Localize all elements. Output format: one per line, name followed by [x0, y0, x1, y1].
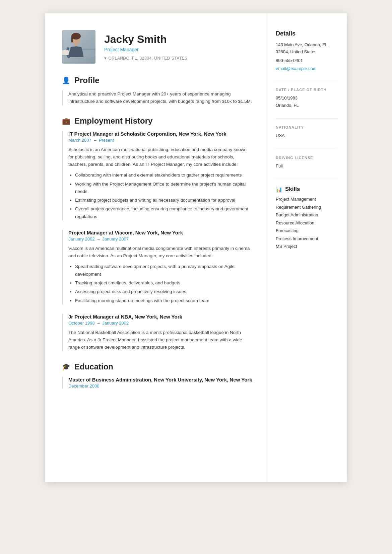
- skills-header: 📊 Skills: [276, 186, 337, 193]
- employment-icon: 💼: [62, 117, 70, 125]
- sidebar-dob: 05/10/1983: [276, 94, 337, 101]
- education-title: Education: [74, 362, 113, 371]
- skill-item-5: Process Improvement: [276, 235, 337, 242]
- resume-header: Jacky Smith Project Manager ▾ ORLANDO, F…: [62, 30, 253, 64]
- job-block-0: IT Project Manager at Scholastic Corpora…: [62, 131, 253, 220]
- nationality-label: NATIONALITY: [276, 125, 337, 129]
- edu-date-0: December 2000: [68, 384, 253, 389]
- sidebar-driving: Full: [276, 162, 337, 169]
- job-title-0: IT Project Manager at Scholastic Corpora…: [68, 131, 253, 137]
- details-title: Details: [276, 30, 335, 37]
- job-bullets-1: Spearheading software development projec…: [68, 263, 253, 304]
- sidebar-email[interactable]: email@example.com: [276, 66, 317, 71]
- nationality-section: NATIONALITY USA: [276, 125, 337, 139]
- resume-document: Jacky Smith Project Manager ▾ ORLANDO, F…: [45, 13, 347, 482]
- svg-rect-7: [62, 50, 69, 55]
- driving-label: DRIVING LICENSE: [276, 156, 337, 160]
- details-section: Details 143 Main Ave, Orlando, FL, 32804…: [276, 30, 337, 71]
- bullet-item: Estimating project budgets and writing a…: [75, 197, 253, 204]
- job-title-1: Project Manager at Viacom, New York, New…: [68, 230, 253, 235]
- bullet-item: Spearheading software development projec…: [75, 263, 253, 278]
- bullet-item: Collaborating with internal and external…: [75, 171, 253, 179]
- header-info: Jacky Smith Project Manager ▾ ORLANDO, F…: [104, 33, 188, 61]
- profile-title: Profile: [74, 76, 100, 85]
- sidebar-phone: 890-555-0401: [276, 57, 337, 64]
- profile-icon: 👤: [62, 76, 70, 84]
- skill-item-2: Budget Administration: [276, 212, 337, 218]
- bullet-item: Tracking project timelines, deliverables…: [75, 279, 253, 287]
- job-dates-1: January 2002 – January 2007: [68, 236, 253, 241]
- jobs-container: IT Project Manager at Scholastic Corpora…: [62, 131, 253, 351]
- skill-item-4: Forecasting: [276, 227, 337, 234]
- bullet-item: Assessing project risks and proactively …: [75, 288, 253, 295]
- skills-list: Project ManagementRequirement GatheringB…: [276, 196, 337, 250]
- profile-section-header: 👤 Profile: [62, 76, 253, 85]
- job-bullets-0: Collaborating with internal and external…: [68, 171, 253, 220]
- svg-rect-6: [75, 44, 77, 46]
- edu-title-0: Master of Business Administration, New Y…: [68, 377, 253, 383]
- profile-section: 👤 Profile Analytical and proactive Proje…: [62, 76, 253, 106]
- job-description-0: Scholastic is an American multinational …: [68, 146, 253, 168]
- candidate-name: Jacky Smith: [104, 33, 188, 46]
- bullet-item: Working with the Project Management Offi…: [75, 181, 253, 196]
- sidebar-column: Details 143 Main Ave, Orlando, FL, 32804…: [266, 13, 347, 482]
- education-section: 🎓 Education Master of Business Administr…: [62, 362, 253, 389]
- skill-item-3: Resource Allocation: [276, 220, 337, 226]
- profile-text-wrap: Analytical and proactive Project Manager…: [62, 90, 253, 106]
- sidebar-address: 143 Main Ave, Orlando, FL, 32804, United…: [276, 41, 337, 56]
- skill-item-1: Requirement Gathering: [276, 204, 337, 211]
- education-icon: 🎓: [62, 363, 70, 371]
- job-title-2: Jr Project Manager at NBA, New York, New…: [68, 314, 253, 320]
- edu-block-0: Master of Business Administration, New Y…: [62, 377, 253, 389]
- employment-section: 💼 Employment History IT Project Manager …: [62, 116, 253, 351]
- job-dates-2: October 1998 – January 2002: [68, 321, 253, 326]
- dob-section: DATE / PLACE OF BIRTH 05/10/1983 Orlando…: [276, 88, 337, 109]
- job-block-1: Project Manager at Viacom, New York, New…: [62, 230, 253, 304]
- skills-section: 📊 Skills Project ManagementRequirement G…: [276, 186, 337, 250]
- svg-point-4: [71, 33, 81, 40]
- job-dates-0: March 2007 – Present: [68, 138, 253, 143]
- profile-text: Analytical and proactive Project Manager…: [68, 90, 253, 106]
- job-block-2: Jr Project Manager at NBA, New York, New…: [62, 314, 253, 351]
- divider-1: [276, 81, 337, 81]
- divider-2: [276, 118, 337, 119]
- avatar: [62, 30, 95, 64]
- divider-3: [276, 149, 337, 149]
- education-section-header: 🎓 Education: [62, 362, 253, 371]
- bullet-item: Overall project governance, including en…: [75, 205, 253, 220]
- skills-title: Skills: [285, 186, 300, 193]
- sidebar-nationality: USA: [276, 132, 337, 139]
- bullet-item: Facilitating morning stand-up meetings w…: [75, 297, 253, 304]
- skill-item-6: MS Project: [276, 243, 337, 250]
- employment-section-header: 💼 Employment History: [62, 116, 253, 126]
- employment-title: Employment History: [74, 116, 152, 126]
- job-description-2: The National Basketball Association is a…: [68, 329, 253, 351]
- skill-item-0: Project Management: [276, 196, 337, 203]
- candidate-title: Project Manager: [104, 47, 188, 52]
- dob-label: DATE / PLACE OF BIRTH: [276, 88, 337, 92]
- sidebar-dob-place: Orlando, FL: [276, 102, 337, 109]
- divider-4: [276, 179, 337, 179]
- svg-rect-2: [80, 49, 95, 50]
- candidate-location: ▾ ORLANDO, FL, 32804, UNITED STATES: [104, 56, 188, 61]
- location-icon: ▾: [104, 56, 107, 61]
- job-description-1: Viacom is an American multinational medi…: [68, 245, 253, 260]
- svg-rect-5: [71, 36, 73, 42]
- main-column: Jacky Smith Project Manager ▾ ORLANDO, F…: [45, 13, 266, 482]
- skills-chart-icon: 📊: [276, 186, 282, 193]
- driving-section: DRIVING LICENSE Full: [276, 156, 337, 169]
- education-container: Master of Business Administration, New Y…: [62, 377, 253, 389]
